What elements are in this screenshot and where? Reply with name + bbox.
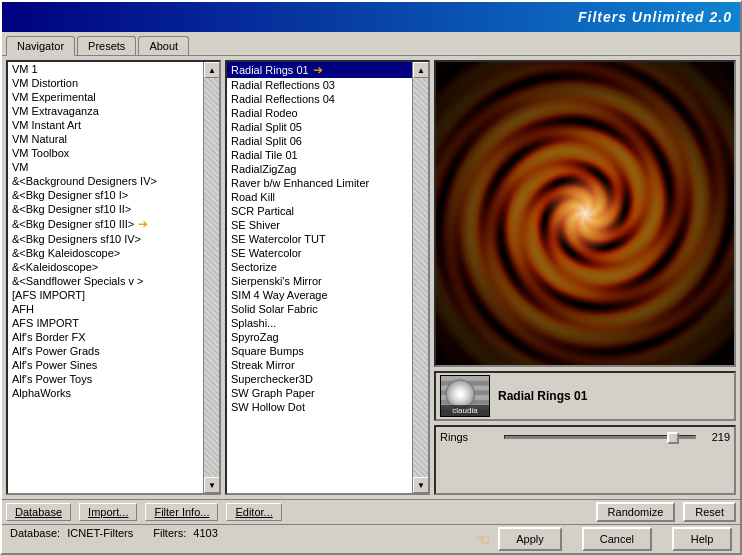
editor-button[interactable]: Editor... <box>226 503 281 521</box>
left-list-item[interactable]: &<Bkg Designer sf10 II> <box>8 202 203 216</box>
middle-list-item[interactable]: Solid Solar Fabric <box>227 302 412 316</box>
sliders-panel: Rings 219 <box>434 425 736 495</box>
left-list-item[interactable]: Alf's Border FX <box>8 330 203 344</box>
middle-list-item[interactable]: Radial Split 05 <box>227 120 412 134</box>
middle-list-item[interactable]: SE Shiver <box>227 218 412 232</box>
left-list-item[interactable]: &<Bkg Designer sf10 III> ➔ <box>8 216 203 232</box>
left-category-panel: VM 1VM DistortionVM ExperimentalVM Extra… <box>6 60 221 495</box>
middle-scrollbar[interactable]: ▲ ▼ <box>412 62 428 493</box>
middle-list-item[interactable]: RadialZigZag <box>227 162 412 176</box>
help-button[interactable]: Help <box>672 527 732 551</box>
left-list-item[interactable]: AFS IMPORT <box>8 316 203 330</box>
thumbnail-box: claudia <box>440 375 490 417</box>
database-button[interactable]: Database <box>6 503 71 521</box>
arrow-indicator: ➔ <box>138 217 148 231</box>
arrow-indicator-mid: ➔ <box>313 63 323 77</box>
tab-presets[interactable]: Presets <box>77 36 136 55</box>
slider-thumb-rings[interactable] <box>667 432 679 444</box>
filters-status: Filters: 4103 <box>153 527 218 551</box>
middle-filter-panel: Radial Rings 01 ➔Radial Reflections 03Ra… <box>225 60 430 495</box>
category-list[interactable]: VM 1VM DistortionVM ExperimentalVM Extra… <box>8 62 203 493</box>
left-list-item[interactable]: &<Bkg Designer sf10 I> <box>8 188 203 202</box>
right-panel: claudia Radial Rings 01 Rings 219 <box>434 60 736 495</box>
middle-list-item[interactable]: Superchecker3D <box>227 372 412 386</box>
middle-list-item[interactable]: Radial Split 06 <box>227 134 412 148</box>
middle-list-item[interactable]: SIM 4 Way Average <box>227 288 412 302</box>
middle-list-item[interactable]: Sectorize <box>227 260 412 274</box>
apply-wrapper: ☞ Apply <box>498 527 562 551</box>
preview-canvas <box>436 62 734 365</box>
status-bar: Database: ICNET-Filters Filters: 4103 ☞ … <box>2 524 740 553</box>
middle-list-item[interactable]: SE Watercolor TUT <box>227 232 412 246</box>
left-list-item[interactable]: &<Bkg Kaleidoscope> <box>8 246 203 260</box>
middle-list-item[interactable]: Radial Rings 01 ➔ <box>227 62 412 78</box>
tab-navigator[interactable]: Navigator <box>6 36 75 56</box>
left-list-item[interactable]: Alf's Power Sines <box>8 358 203 372</box>
main-window: Filters Unlimited 2.0 Navigator Presets … <box>0 0 742 555</box>
scroll-down-btn[interactable]: ▼ <box>204 477 219 493</box>
title-bar: Filters Unlimited 2.0 <box>2 2 740 32</box>
left-list-item[interactable]: &<Bkg Designers sf10 IV> <box>8 232 203 246</box>
title-text: Filters Unlimited 2.0 <box>578 9 732 25</box>
left-list-item[interactable]: Alf's Power Toys <box>8 372 203 386</box>
filter-list[interactable]: Radial Rings 01 ➔Radial Reflections 03Ra… <box>227 62 412 493</box>
left-list-item[interactable]: VM Natural <box>8 132 203 146</box>
apply-button[interactable]: Apply <box>498 527 562 551</box>
scroll-down-btn-mid[interactable]: ▼ <box>413 477 428 493</box>
left-list-item[interactable]: AlphaWorks <box>8 386 203 400</box>
left-list-item[interactable]: VM Toolbox <box>8 146 203 160</box>
slider-row-rings: Rings 219 <box>440 431 730 443</box>
middle-list-item[interactable]: SW Graph Paper <box>227 386 412 400</box>
bottom-toolbar: Database Import... Filter Info... Editor… <box>2 499 740 524</box>
middle-list-item[interactable]: Splashi... <box>227 316 412 330</box>
cancel-button[interactable]: Cancel <box>582 527 652 551</box>
left-list-item[interactable]: &<Sandflower Specials v > <box>8 274 203 288</box>
slider-track-rings[interactable] <box>504 435 696 439</box>
left-list-item[interactable]: VM 1 <box>8 62 203 76</box>
left-list-item[interactable]: VM Distortion <box>8 76 203 90</box>
scroll-track <box>204 78 219 477</box>
status-spacer <box>238 527 478 551</box>
left-list-item[interactable]: [AFS IMPORT] <box>8 288 203 302</box>
middle-list-item[interactable]: SCR Partical <box>227 204 412 218</box>
slider-label-rings: Rings <box>440 431 500 443</box>
database-value: ICNET-Filters <box>67 527 133 539</box>
import-button[interactable]: Import... <box>79 503 137 521</box>
thumbnail-label: claudia <box>441 405 489 416</box>
middle-list-item[interactable]: Raver b/w Enhanced Limiter <box>227 176 412 190</box>
middle-list-item[interactable]: Radial Reflections 04 <box>227 92 412 106</box>
middle-list-item[interactable]: Radial Rodeo <box>227 106 412 120</box>
middle-list-item[interactable]: Square Bumps <box>227 344 412 358</box>
middle-list-item[interactable]: Radial Reflections 03 <box>227 78 412 92</box>
middle-list-item[interactable]: SpyroZag <box>227 330 412 344</box>
left-list-item[interactable]: &<Background Designers IV> <box>8 174 203 188</box>
reset-button[interactable]: Reset <box>683 502 736 522</box>
middle-list-item[interactable]: SW Hollow Dot <box>227 400 412 414</box>
scroll-track-mid <box>413 78 428 477</box>
main-content: VM 1VM DistortionVM ExperimentalVM Extra… <box>2 55 740 499</box>
hand-icon: ☞ <box>476 530 490 549</box>
filter-info-button[interactable]: Filter Info... <box>145 503 218 521</box>
left-scrollbar[interactable]: ▲ ▼ <box>203 62 219 493</box>
tab-about[interactable]: About <box>138 36 189 55</box>
left-list-item[interactable]: VM Instant Art <box>8 118 203 132</box>
tab-bar: Navigator Presets About <box>2 32 740 55</box>
left-list-item[interactable]: AFH <box>8 302 203 316</box>
left-list-item[interactable]: &<Kaleidoscope> <box>8 260 203 274</box>
left-list-item[interactable]: VM Extravaganza <box>8 104 203 118</box>
left-list-item[interactable]: VM Experimental <box>8 90 203 104</box>
middle-list-item[interactable]: Streak Mirror <box>227 358 412 372</box>
left-list-item[interactable]: VM <box>8 160 203 174</box>
middle-list-item[interactable]: Road Kill <box>227 190 412 204</box>
scroll-up-btn[interactable]: ▲ <box>204 62 219 78</box>
middle-list-item[interactable]: Sierpenski's Mirror <box>227 274 412 288</box>
left-list-item[interactable]: Alf's Power Grads <box>8 344 203 358</box>
filters-value: 4103 <box>193 527 217 539</box>
scroll-up-btn-mid[interactable]: ▲ <box>413 62 428 78</box>
randomize-button[interactable]: Randomize <box>596 502 676 522</box>
filter-name-label: Radial Rings 01 <box>498 389 587 403</box>
preview-box <box>434 60 736 367</box>
middle-list-item[interactable]: SE Watercolor <box>227 246 412 260</box>
slider-value-rings: 219 <box>700 431 730 443</box>
middle-list-item[interactable]: Radial Tile 01 <box>227 148 412 162</box>
